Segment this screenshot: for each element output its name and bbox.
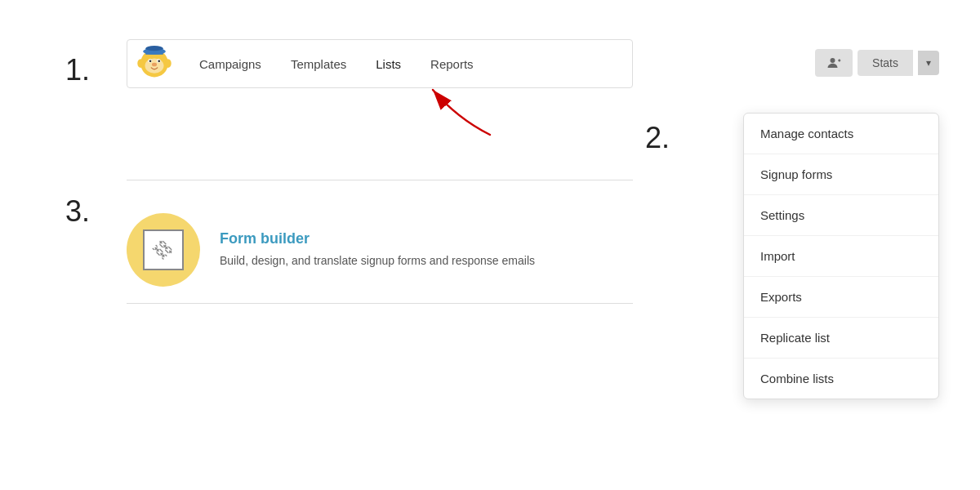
form-builder-title[interactable]: Form builder xyxy=(220,230,535,247)
stats-button[interactable]: Stats xyxy=(858,50,913,76)
link-icon: ⛓ xyxy=(149,236,177,264)
dropdown-item-manage-contacts[interactable]: Manage contacts xyxy=(744,114,938,154)
svg-point-7 xyxy=(137,59,144,68)
nav-items-container: Campaigns Templates Lists Reports xyxy=(185,51,488,78)
svg-point-5 xyxy=(158,60,160,62)
mailchimp-logo[interactable] xyxy=(136,43,176,84)
form-builder-icon-box: ⛓ xyxy=(143,229,184,270)
svg-point-6 xyxy=(152,63,157,67)
nav-item-templates[interactable]: Templates xyxy=(276,51,361,78)
stats-dropdown-button[interactable]: ▾ xyxy=(918,51,939,75)
svg-point-11 xyxy=(145,46,163,51)
step-2-number: 2. xyxy=(645,121,670,155)
form-builder-text: Form builder Build, design, and translat… xyxy=(220,230,535,270)
form-builder-description: Build, design, and translate signup form… xyxy=(220,252,535,270)
right-controls: Stats ▾ xyxy=(815,49,939,77)
nav-item-lists[interactable]: Lists xyxy=(361,51,416,78)
dropdown-item-settings[interactable]: Settings xyxy=(744,195,938,236)
dropdown-item-replicate-list[interactable]: Replicate list xyxy=(744,318,938,359)
step-1-number: 1. xyxy=(65,53,90,87)
dropdown-item-import[interactable]: Import xyxy=(744,236,938,277)
form-builder-icon-circle: ⛓ xyxy=(127,213,200,287)
svg-point-8 xyxy=(165,59,172,68)
dropdown-item-exports[interactable]: Exports xyxy=(744,277,938,318)
dropdown-menu: Manage contacts Signup forms Settings Im… xyxy=(743,113,939,399)
dropdown-item-signup-forms[interactable]: Signup forms xyxy=(744,154,938,195)
step3-content-area: ⛓ Form builder Build, design, and transl… xyxy=(127,180,633,304)
navigation-bar: Campaigns Templates Lists Reports xyxy=(127,39,633,88)
step-3-number: 3. xyxy=(65,194,90,229)
svg-point-12 xyxy=(831,58,835,63)
nav-item-reports[interactable]: Reports xyxy=(416,51,488,78)
form-builder-card: ⛓ Form builder Build, design, and transl… xyxy=(127,197,633,304)
add-person-icon xyxy=(826,56,841,70)
step1-arrow xyxy=(408,78,506,143)
svg-point-4 xyxy=(149,60,152,62)
dropdown-item-combine-lists[interactable]: Combine lists xyxy=(744,359,938,399)
nav-item-campaigns[interactable]: Campaigns xyxy=(185,51,276,78)
add-contact-button[interactable] xyxy=(815,49,853,77)
